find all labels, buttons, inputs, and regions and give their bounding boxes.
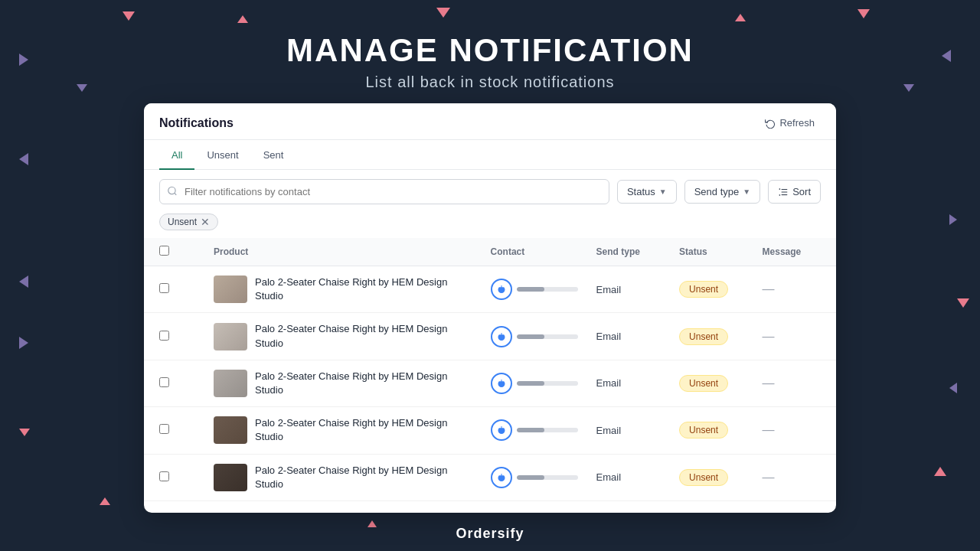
status-chevron-icon: ▼ (659, 187, 667, 196)
status-badge: Unsent (679, 281, 728, 298)
send-type-filter-label: Send type (694, 186, 740, 197)
contact-progress-fill (517, 475, 544, 480)
product-thumbnail (214, 464, 247, 491)
row-contact-cell (482, 454, 587, 500)
status-badge: Unsent (679, 422, 728, 439)
svg-line-1 (175, 193, 177, 195)
row-message-cell: — (753, 313, 836, 360)
power-icon (497, 425, 506, 435)
table-container: Product Contact Send type Status Message (144, 238, 836, 513)
row-contact-cell (482, 407, 587, 454)
decorative-triangle (19, 429, 30, 436)
row-checkbox[interactable] (159, 377, 169, 387)
message-value: — (763, 282, 775, 295)
contact-icon-button[interactable] (491, 373, 512, 394)
contact-icon-button[interactable] (491, 419, 512, 441)
product-name: Palo 2-Seater Chaise Right by HEM Design… (255, 276, 472, 303)
header-product: Product (204, 238, 482, 266)
row-checkbox-cell (144, 313, 204, 360)
search-input[interactable] (159, 179, 609, 204)
send-type-filter-button[interactable]: Send type ▼ (684, 180, 760, 204)
contact-progress-fill (517, 381, 544, 386)
decorative-triangle (19, 337, 28, 349)
contact-icon-button[interactable] (491, 326, 512, 347)
search-wrapper (159, 179, 609, 204)
row-checkbox[interactable] (159, 424, 169, 434)
header-message: Message (753, 238, 836, 266)
contact-icon-button[interactable] (491, 467, 512, 488)
row-checkbox-cell (144, 454, 204, 500)
send-type-value: Email (596, 331, 622, 342)
decorative-triangle (934, 467, 946, 476)
row-contact-cell (482, 360, 587, 406)
page-subtitle: List all back in stock notifications (365, 73, 614, 91)
table-row: Palo 2-Seater Chaise Right by HEM Design… (144, 454, 836, 500)
sort-label: Sort (792, 186, 811, 197)
row-send-type-cell: Email (587, 360, 670, 406)
send-type-chevron-icon: ▼ (743, 187, 750, 196)
sort-icon (778, 187, 789, 197)
row-message-cell: — (753, 360, 836, 406)
power-icon (497, 379, 506, 388)
table-body: Palo 2-Seater Chaise Right by HEM Design… (144, 266, 836, 501)
table-header-row: Product Contact Send type Status Message (144, 238, 836, 266)
power-icon (497, 473, 506, 482)
table-row: Palo 2-Seater Chaise Right by HEM Design… (144, 407, 836, 454)
send-type-value: Email (596, 471, 622, 483)
filter-tag-close-button[interactable]: ✕ (201, 217, 210, 227)
row-product-cell: Palo 2-Seater Chaise Right by HEM Design… (204, 266, 482, 313)
sort-button[interactable]: Sort (768, 180, 821, 204)
decorative-triangle (949, 214, 957, 225)
header-send-type: Send type (587, 238, 670, 266)
product-name: Palo 2-Seater Chaise Right by HEM Design… (255, 464, 472, 491)
tab-all[interactable]: All (159, 140, 194, 170)
tab-unsent[interactable]: Unsent (194, 140, 250, 170)
header-checkbox-col (144, 238, 204, 266)
contact-progress-bar (517, 334, 578, 339)
status-filter-button[interactable]: Status ▼ (617, 180, 677, 204)
decorative-triangle (19, 276, 28, 288)
table-row: Palo 2-Seater Chaise Right by HEM Design… (144, 313, 836, 360)
contact-progress-fill (517, 334, 544, 339)
row-checkbox[interactable] (159, 331, 169, 341)
row-send-type-cell: Email (587, 313, 670, 360)
product-thumbnail (214, 323, 247, 350)
refresh-button[interactable]: Refresh (759, 114, 821, 132)
row-checkbox-cell (144, 360, 204, 406)
status-badge: Unsent (679, 469, 728, 486)
product-name: Palo 2-Seater Chaise Right by HEM Design… (255, 322, 472, 350)
select-all-checkbox[interactable] (159, 246, 169, 256)
row-product-cell: Palo 2-Seater Chaise Right by HEM Design… (204, 360, 482, 406)
filters-row: Status ▼ Send type ▼ Sort (144, 170, 836, 214)
send-type-value: Email (596, 284, 622, 295)
contact-progress-fill (517, 428, 544, 432)
row-checkbox-cell (144, 407, 204, 454)
power-icon (497, 332, 506, 341)
table-row: Palo 2-Seater Chaise Right by HEM Design… (144, 360, 836, 406)
tab-sent[interactable]: Sent (251, 140, 296, 170)
page-title: MANAGE NOTIFICATION (286, 32, 694, 69)
contact-icon-button[interactable] (491, 279, 512, 300)
send-type-value: Email (596, 377, 622, 389)
brand-name: Ordersify (456, 526, 524, 541)
product-thumbnail (214, 416, 247, 444)
row-send-type-cell: Email (587, 266, 670, 313)
decorative-triangle (100, 497, 110, 505)
row-checkbox-cell (144, 266, 204, 313)
row-message-cell: — (753, 454, 836, 500)
message-value: — (763, 423, 775, 436)
message-value: — (763, 471, 775, 484)
row-message-cell: — (753, 266, 836, 313)
header-contact: Contact (482, 238, 587, 266)
power-icon (497, 285, 506, 294)
table-row: Palo 2-Seater Chaise Right by HEM Design… (144, 266, 836, 313)
row-product-cell: Palo 2-Seater Chaise Right by HEM Design… (204, 313, 482, 360)
contact-progress-bar (517, 287, 578, 292)
row-checkbox[interactable] (159, 283, 169, 293)
product-name: Palo 2-Seater Chaise Right by HEM Design… (255, 370, 472, 397)
refresh-icon (765, 118, 776, 129)
card-header: Notifications Refresh (144, 103, 836, 140)
row-checkbox[interactable] (159, 471, 169, 481)
status-badge: Unsent (679, 375, 728, 392)
svg-point-0 (168, 187, 175, 194)
